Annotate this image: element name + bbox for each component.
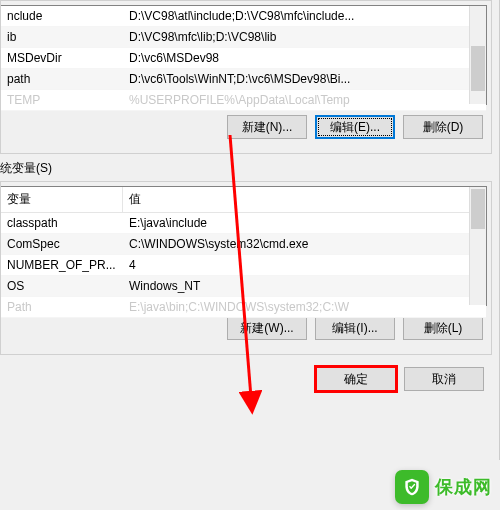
cell-value: D:\VC98\mfc\lib;D:\VC98\lib: [123, 27, 486, 47]
cell-value: E:\java\bin;C:\WINDOWS\system32;C:\W: [123, 297, 486, 317]
user-vars-panel: ncludeD:\VC98\atl\include;D:\VC98\mfc\in…: [0, 0, 492, 154]
table-row[interactable]: classpathE:\java\include: [1, 213, 486, 234]
user-vars-buttons: 新建(N)... 编辑(E)... 删除(D): [1, 105, 487, 149]
cell-value: D:\vc6\Tools\WinNT;D:\vc6\MSDev98\Bi...: [123, 69, 486, 89]
shield-icon: [395, 470, 429, 504]
new-button-user[interactable]: 新建(N)...: [227, 115, 307, 139]
table-row[interactable]: ComSpecC:\WINDOWS\system32\cmd.exe: [1, 234, 486, 255]
cell-name: TEMP: [1, 90, 123, 110]
edit-button-user[interactable]: 编辑(E)...: [315, 115, 395, 139]
table-row[interactable]: PathE:\java\bin;C:\WINDOWS\system32;C:\W: [1, 297, 486, 318]
cell-value: Windows_NT: [123, 276, 486, 296]
watermark: 保成网: [395, 470, 492, 504]
user-vars-table: ncludeD:\VC98\atl\include;D:\VC98\mfc\in…: [1, 5, 487, 105]
cell-name: path: [1, 69, 123, 89]
col-header-name[interactable]: 变量: [1, 187, 123, 212]
watermark-text: 保成网: [435, 475, 492, 499]
new-button-system[interactable]: 新建(W)...: [227, 316, 307, 340]
cell-value: D:\vc6\MSDev98: [123, 48, 486, 68]
table-row[interactable]: ibD:\VC98\mfc\lib;D:\VC98\lib: [1, 27, 486, 48]
ok-button[interactable]: 确定: [316, 367, 396, 391]
cell-name: MSDevDir: [1, 48, 123, 68]
system-vars-table: 变量 值 classpathE:\java\includeComSpecC:\W…: [1, 186, 487, 306]
cell-name: NUMBER_OF_PR...: [1, 255, 123, 275]
cell-name: ib: [1, 27, 123, 47]
cell-value: %USERPROFILE%\AppData\Local\Temp: [123, 90, 486, 110]
cell-name: nclude: [1, 6, 123, 26]
cell-value: C:\WINDOWS\system32\cmd.exe: [123, 234, 486, 254]
cell-name: ComSpec: [1, 234, 123, 254]
system-vars-label: 统变量(S): [0, 154, 500, 181]
edit-button-system[interactable]: 编辑(I)...: [315, 316, 395, 340]
delete-button-system[interactable]: 删除(L): [403, 316, 483, 340]
col-header-value[interactable]: 值: [123, 187, 486, 212]
table-row[interactable]: ncludeD:\VC98\atl\include;D:\VC98\mfc\in…: [1, 6, 486, 27]
cancel-button[interactable]: 取消: [404, 367, 484, 391]
cell-value: 4: [123, 255, 486, 275]
cell-value: E:\java\include: [123, 213, 486, 233]
scrollbar[interactable]: [469, 187, 486, 305]
scrollbar[interactable]: [469, 6, 486, 104]
table-row[interactable]: TEMP%USERPROFILE%\AppData\Local\Temp: [1, 90, 486, 111]
table-row[interactable]: pathD:\vc6\Tools\WinNT;D:\vc6\MSDev98\Bi…: [1, 69, 486, 90]
delete-button-user[interactable]: 删除(D): [403, 115, 483, 139]
table-row[interactable]: NUMBER_OF_PR...4: [1, 255, 486, 276]
table-row[interactable]: OSWindows_NT: [1, 276, 486, 297]
cell-value: D:\VC98\atl\include;D:\VC98\mfc\include.…: [123, 6, 486, 26]
cell-name: OS: [1, 276, 123, 296]
table-row[interactable]: MSDevDirD:\vc6\MSDev98: [1, 48, 486, 69]
dialog-buttons: 确定 取消: [0, 355, 492, 403]
system-vars-panel: 变量 值 classpathE:\java\includeComSpecC:\W…: [0, 181, 492, 355]
cell-name: classpath: [1, 213, 123, 233]
cell-name: Path: [1, 297, 123, 317]
